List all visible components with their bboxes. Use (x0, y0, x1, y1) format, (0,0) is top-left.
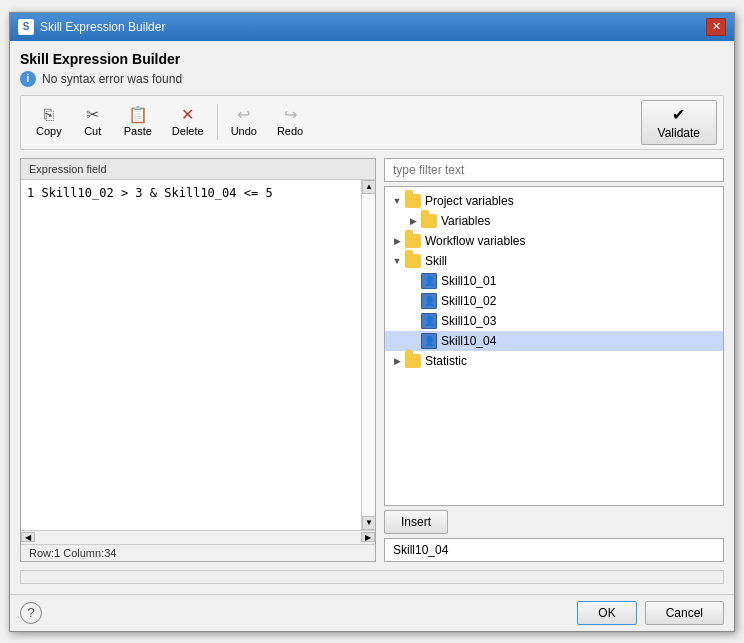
status-bar: i No syntax error was found (20, 71, 724, 87)
cut-label: Cut (84, 125, 101, 137)
undo-icon: ↩ (237, 107, 250, 123)
toolbar-separator (217, 104, 218, 140)
filter-input[interactable] (384, 158, 724, 182)
ok-button[interactable]: OK (577, 601, 636, 625)
redo-icon: ↪ (284, 107, 297, 123)
copy-button[interactable]: ⎘ Copy (27, 103, 71, 141)
cancel-button[interactable]: Cancel (645, 601, 724, 625)
validate-button[interactable]: ✔ Validate (641, 100, 717, 145)
collapse-project-vars-icon[interactable]: ▼ (389, 193, 405, 209)
delete-label: Delete (172, 125, 204, 137)
folder-icon (405, 194, 421, 208)
help-icon[interactable]: ? (20, 602, 42, 624)
tree-item-skill[interactable]: ▼ Skill (385, 251, 723, 271)
tree-label-skill03: Skill10_03 (441, 314, 496, 328)
scroll-left-button[interactable]: ◀ (21, 532, 35, 542)
validate-label: Validate (658, 126, 700, 140)
tree-item-variables[interactable]: ▶ Variables (385, 211, 723, 231)
tree-item-statistic[interactable]: ▶ Statistic (385, 351, 723, 371)
scroll-right-button[interactable]: ▶ (361, 532, 375, 542)
folder-icon (405, 234, 421, 248)
folder-icon (421, 214, 437, 228)
paste-button[interactable]: 📋 Paste (115, 103, 161, 141)
row-col-status: Row:1 Column:34 (21, 544, 375, 561)
scroll-down-button[interactable]: ▼ (362, 516, 375, 530)
title-bar-left: S Skill Expression Builder (18, 19, 165, 35)
folder-icon-skill (405, 254, 421, 268)
paste-label: Paste (124, 125, 152, 137)
expression-area[interactable]: 1 Skill10_02 > 3 & Skill10_04 <= 5 (21, 180, 361, 530)
window-body: Skill Expression Builder i No syntax err… (10, 41, 734, 594)
redo-button[interactable]: ↪ Redo (268, 103, 312, 141)
folder-icon-statistic (405, 354, 421, 368)
tree-label-workflow-vars: Workflow variables (425, 234, 525, 248)
right-panel: ▼ Project variables ▶ Variables ▶ Workfl… (384, 158, 724, 562)
expression-field-header: Expression field (21, 159, 375, 180)
toolbar-group-edit: ⎘ Copy ✂ Cut 📋 Paste ✕ Delete (27, 103, 213, 141)
tree-item-skill02[interactable]: Skill10_02 (385, 291, 723, 311)
validate-icon: ✔ (672, 105, 685, 124)
header-section: Skill Expression Builder i No syntax err… (20, 51, 724, 87)
window-title: Skill Expression Builder (40, 20, 165, 34)
tree-item-skill04[interactable]: Skill10_04 (385, 331, 723, 351)
cut-icon: ✂ (86, 107, 99, 123)
tree-label-variables: Variables (441, 214, 490, 228)
main-content: Expression field 1 Skill10_02 > 3 & Skil… (20, 158, 724, 562)
bottom-scrollbar[interactable] (20, 570, 724, 584)
expand-statistic-icon[interactable]: ▶ (389, 353, 405, 369)
undo-label: Undo (231, 125, 257, 137)
copy-label: Copy (36, 125, 62, 137)
tree-label-skill04: Skill10_04 (441, 334, 496, 348)
copy-icon: ⎘ (44, 107, 54, 123)
scroll-up-button[interactable]: ▲ (362, 180, 375, 194)
tree-label-skill01: Skill10_01 (441, 274, 496, 288)
skill-icon-04 (421, 333, 437, 349)
skill-icon-01 (421, 273, 437, 289)
toolbar-group-history: ↩ Undo ↪ Redo (222, 103, 313, 141)
tree-item-skill03[interactable]: Skill10_03 (385, 311, 723, 331)
main-window: S Skill Expression Builder ✕ Skill Expre… (9, 12, 735, 632)
cut-button[interactable]: ✂ Cut (73, 103, 113, 141)
title-bar: S Skill Expression Builder ✕ (10, 13, 734, 41)
tree-label-statistic: Statistic (425, 354, 467, 368)
expand-workflow-vars-icon[interactable]: ▶ (389, 233, 405, 249)
expression-content: 1 Skill10_02 > 3 & Skill10_04 <= 5 (27, 186, 273, 200)
toolbar: ⎘ Copy ✂ Cut 📋 Paste ✕ Delete (20, 95, 724, 150)
skill-icon-02 (421, 293, 437, 309)
info-icon: i (20, 71, 36, 87)
bottom-buttons: OK Cancel (577, 601, 724, 625)
skill-icon-03 (421, 313, 437, 329)
redo-label: Redo (277, 125, 303, 137)
vertical-scrollbar[interactable]: ▲ ▼ (361, 180, 375, 530)
horizontal-scrollbar[interactable]: ◀ ▶ (21, 530, 375, 544)
delete-button[interactable]: ✕ Delete (163, 103, 213, 141)
tree-item-project-vars[interactable]: ▼ Project variables (385, 191, 723, 211)
tree-panel: ▼ Project variables ▶ Variables ▶ Workfl… (384, 186, 724, 506)
tree-label-project-vars: Project variables (425, 194, 514, 208)
tree-item-workflow-vars[interactable]: ▶ Workflow variables (385, 231, 723, 251)
undo-button[interactable]: ↩ Undo (222, 103, 266, 141)
left-panel: Expression field 1 Skill10_02 > 3 & Skil… (20, 158, 376, 562)
collapse-skill-icon[interactable]: ▼ (389, 253, 405, 269)
window-icon: S (18, 19, 34, 35)
status-text: No syntax error was found (42, 72, 182, 86)
tree-item-skill01[interactable]: Skill10_01 (385, 271, 723, 291)
paste-icon: 📋 (128, 107, 148, 123)
tree-label-skill02: Skill10_02 (441, 294, 496, 308)
insert-button[interactable]: Insert (384, 510, 448, 534)
bottom-bar: ? OK Cancel (10, 594, 734, 631)
close-button[interactable]: ✕ (706, 18, 726, 36)
dialog-title: Skill Expression Builder (20, 51, 724, 67)
selected-value-box: Skill10_04 (384, 538, 724, 562)
expand-variables-icon[interactable]: ▶ (405, 213, 421, 229)
delete-icon: ✕ (181, 107, 194, 123)
tree-label-skill: Skill (425, 254, 447, 268)
